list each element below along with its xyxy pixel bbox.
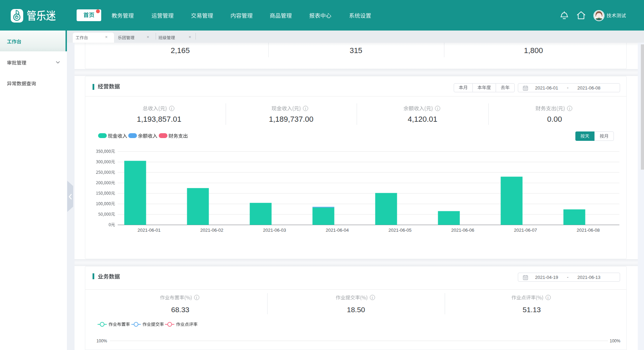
- svg-text:2021-06-02: 2021-06-02: [200, 228, 224, 233]
- svg-text:2021-06-03: 2021-06-03: [263, 228, 286, 233]
- svg-text:2021-06-08: 2021-06-08: [577, 228, 600, 233]
- svg-text:2021-06-07: 2021-06-07: [514, 228, 537, 233]
- svg-text:2021-06-01: 2021-06-01: [138, 228, 161, 233]
- svg-text:2021-06-06: 2021-06-06: [451, 228, 475, 233]
- svg-text:2021-06-04: 2021-06-04: [326, 228, 349, 233]
- svg-text:2021-06-05: 2021-06-05: [389, 228, 412, 233]
